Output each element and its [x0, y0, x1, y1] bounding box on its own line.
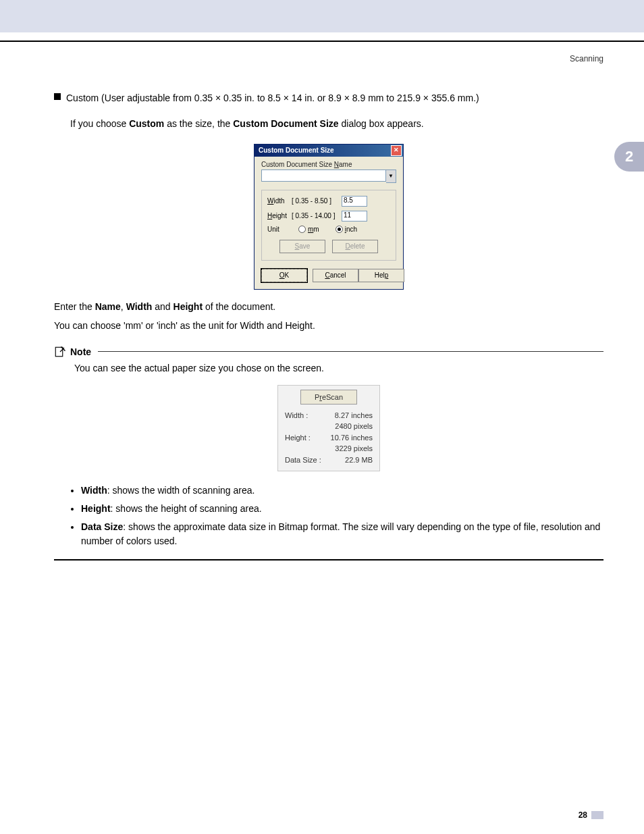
height-range: [ 0.35 - 14.00 ] [292, 212, 342, 219]
square-bullet-icon [54, 93, 61, 100]
prescan-datasize-row: Data Size :22.9 MB [285, 454, 373, 466]
height-row: Height [ 0.35 - 14.00 ] 11 [267, 211, 390, 221]
note-header: Note [54, 346, 603, 358]
save-button[interactable]: Save [279, 240, 325, 253]
prescan-height-px-row: 3229 pixels [285, 443, 373, 454]
definitions-list: Width: shows the width of scanning area.… [54, 484, 603, 548]
svg-rect-0 [55, 347, 63, 357]
prescan-width-px-row: 2480 pixels [285, 421, 373, 432]
ok-button[interactable]: OK [261, 269, 307, 282]
page-header-label: Scanning [54, 54, 603, 63]
close-icon[interactable]: ✕ [391, 145, 402, 156]
width-label: Width [267, 197, 292, 205]
note-icon [54, 346, 66, 358]
prescan-panel-wrap: PreScan Width :8.27 inches 2480 pixels H… [54, 385, 603, 472]
help-button[interactable]: Help [358, 269, 404, 282]
note-body: You can see the actual paper size you ch… [74, 361, 603, 375]
name-input[interactable] [261, 170, 386, 182]
prescan-width-row: Width :8.27 inches [285, 410, 373, 421]
height-label: Height [267, 212, 292, 219]
custom-document-size-dialog: Custom Document Size ✕ Custom Document S… [254, 144, 404, 290]
page-number: 28 [579, 810, 587, 820]
dialog-footer: OK Cancel Help [254, 265, 403, 289]
unit-mm-label: mm [308, 226, 319, 233]
dialog-titlebar: Custom Document Size ✕ [254, 145, 403, 157]
enter-line: Enter the Name, Width and Height of the … [54, 299, 603, 314]
list-item: Height: shows the height of scanning are… [81, 502, 603, 516]
note-label: Note [70, 346, 91, 357]
name-combobox[interactable]: ▼ [261, 170, 396, 183]
unit-label: Unit [267, 226, 292, 233]
save-delete-row: Save Delete [267, 240, 390, 253]
page-mark-icon [591, 811, 603, 819]
unit-inch-radio[interactable] [336, 226, 343, 233]
prescan-panel: PreScan Width :8.27 inches 2480 pixels H… [277, 385, 380, 472]
delete-button[interactable]: Delete [332, 240, 378, 253]
cancel-button[interactable]: Cancel [313, 269, 358, 282]
unit-mm-radio[interactable] [298, 226, 306, 233]
custom-size-line: Custom (User adjustable from 0.35 × 0.35… [54, 90, 603, 109]
custom-line2: If you choose Custom as the size, the Cu… [70, 116, 603, 131]
name-label: Custom Document Size Name [261, 161, 396, 168]
header-separator [0, 41, 644, 42]
dialog-wrapper: Custom Document Size ✕ Custom Document S… [54, 144, 603, 290]
prescan-button[interactable]: PreScan [300, 390, 357, 405]
page-content: Scanning Custom (User adjustable from 0.… [0, 54, 644, 820]
unit-text: You can choose 'mm' or 'inch' as the uni… [54, 318, 603, 333]
list-item: Data Size: shows the approximate data si… [81, 520, 603, 548]
section-end-rule [54, 559, 603, 561]
unit-inch-label: inch [345, 226, 357, 233]
width-range: [ 0.35 - 8.50 ] [292, 197, 342, 205]
prescan-height-row: Height :10.76 inches [285, 432, 373, 444]
page-number-row: 28 [54, 810, 603, 820]
height-input[interactable]: 11 [342, 211, 367, 221]
top-banner [0, 0, 644, 32]
dialog-body: Custom Document Size Name ▼ Width [ 0.35… [254, 157, 403, 265]
chevron-down-icon[interactable]: ▼ [386, 170, 396, 183]
dialog-title: Custom Document Size [259, 147, 334, 154]
note-line [98, 351, 603, 352]
width-row: Width [ 0.35 - 8.50 ] 8.5 [267, 196, 390, 207]
list-item: Width: shows the width of scanning area. [81, 484, 603, 498]
custom-size-text: Custom (User adjustable from 0.35 × 0.35… [66, 90, 479, 105]
unit-row: Unit mm inch [267, 226, 390, 233]
width-input[interactable]: 8.5 [342, 196, 367, 207]
dimension-group: Width [ 0.35 - 8.50 ] 8.5 Height [ 0.35 … [261, 190, 396, 261]
